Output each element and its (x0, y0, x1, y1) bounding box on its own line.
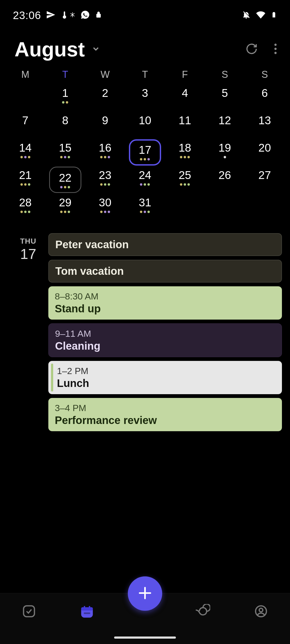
calendar-day-15[interactable]: 15 (45, 139, 85, 167)
event-dot (108, 183, 110, 186)
calendar-day-11[interactable]: 11 (165, 112, 205, 139)
event-dot (64, 211, 66, 213)
event-title: Stand up (55, 303, 276, 315)
svg-point-10 (259, 608, 263, 612)
calendar-day-17[interactable]: 17 (125, 139, 165, 167)
event-card[interactable]: 3–4 PMPerformance review (48, 398, 282, 431)
day-number: 1 (62, 87, 68, 100)
selected-day-weekday: THU (8, 237, 48, 246)
sync-button[interactable] (245, 43, 258, 56)
weekday-label: M (5, 69, 45, 80)
notifications-off-icon (242, 10, 251, 20)
calendar-day-7[interactable]: 7 (5, 112, 45, 139)
event-dot (100, 156, 103, 158)
svg-rect-5 (81, 607, 93, 610)
calendar-day-3[interactable]: 3 (125, 85, 165, 112)
calendar-day-12[interactable]: 12 (205, 112, 245, 139)
nav-tasks[interactable] (0, 604, 58, 619)
snowflake-icon (70, 12, 75, 19)
events-column[interactable]: Peter vacationTom vacation8–8:30 AMStand… (48, 233, 282, 431)
calendar-grid: 1234567891011121314151617181920212223242… (0, 85, 290, 221)
event-dot (147, 211, 150, 213)
weekday-label: S (205, 69, 245, 80)
calendar-day-4[interactable]: 4 (165, 85, 205, 112)
calendar-day-empty (5, 85, 45, 112)
event-dot (187, 183, 190, 186)
event-card[interactable]: 1–2 PMLunch (48, 361, 282, 394)
event-dot (108, 156, 110, 158)
selected-day-number: 17 (8, 246, 48, 262)
svg-point-2 (274, 52, 277, 54)
svg-rect-7 (89, 606, 90, 609)
day-number: 14 (19, 141, 32, 154)
event-dot (104, 156, 106, 158)
calendar-day-30[interactable]: 30 (85, 194, 125, 221)
event-dot (68, 156, 70, 158)
calendar-day-2[interactable]: 2 (85, 85, 125, 112)
day-number: 26 (219, 169, 231, 182)
day-number: 28 (19, 196, 32, 209)
calendar-day-27[interactable]: 27 (245, 167, 285, 194)
event-card[interactable]: Tom vacation (48, 260, 282, 283)
weekday-row: M T W T F S S (0, 66, 290, 85)
calendar-day-1[interactable]: 1 (45, 85, 85, 112)
event-dot (184, 156, 186, 158)
calendar-day-28[interactable]: 28 (5, 194, 45, 221)
svg-rect-3 (24, 606, 35, 617)
day-number: 17 (139, 144, 151, 156)
event-card[interactable]: 9–11 AMCleaning (48, 323, 282, 357)
event-dot (60, 186, 63, 188)
svg-rect-6 (84, 606, 85, 609)
event-dot (180, 156, 182, 158)
add-event-fab[interactable] (128, 576, 162, 611)
event-card[interactable]: 8–8:30 AMStand up (48, 286, 282, 320)
calendar-day-13[interactable]: 13 (245, 112, 285, 139)
calendar-day-20[interactable]: 20 (245, 139, 285, 167)
weekday-label: S (245, 69, 285, 80)
calendar-day-empty (205, 194, 245, 221)
calendar-day-23[interactable]: 23 (85, 167, 125, 194)
calendar-day-5[interactable]: 5 (205, 85, 245, 112)
event-dot (104, 183, 106, 186)
day-number: 5 (222, 87, 228, 100)
event-dot (147, 183, 150, 186)
calendar-day-29[interactable]: 29 (45, 194, 85, 221)
calendar-day-16[interactable]: 16 (85, 139, 125, 167)
event-title: Tom vacation (55, 265, 275, 277)
event-card[interactable]: Peter vacation (48, 233, 282, 256)
overflow-menu-button[interactable] (274, 43, 277, 56)
calendar-day-26[interactable]: 26 (205, 167, 245, 194)
event-dot (20, 183, 23, 186)
month-selector[interactable]: August (15, 38, 100, 61)
event-dot (147, 158, 150, 160)
calendar-day-6[interactable]: 6 (245, 85, 285, 112)
calendar-day-21[interactable]: 21 (5, 167, 45, 194)
nav-profile[interactable] (232, 604, 290, 619)
lock-icon (95, 10, 102, 21)
calendar-day-25[interactable]: 25 (165, 167, 205, 194)
day-number: 25 (179, 169, 191, 182)
home-indicator[interactable] (114, 636, 176, 639)
calendar-day-22[interactable]: 22 (45, 167, 85, 194)
calendar-day-31[interactable]: 31 (125, 194, 165, 221)
calendar-day-18[interactable]: 18 (165, 139, 205, 167)
nav-loop[interactable] (174, 604, 232, 619)
event-title: Cleaning (55, 340, 275, 352)
calendar-day-9[interactable]: 9 (85, 112, 125, 139)
calendar-day-14[interactable]: 14 (5, 139, 45, 167)
plus-icon (137, 585, 153, 602)
calendar-day-24[interactable]: 24 (125, 167, 165, 194)
svg-point-1 (274, 47, 277, 50)
header-actions (245, 43, 277, 56)
event-dot (140, 183, 142, 186)
calendar-day-19[interactable]: 19 (205, 139, 245, 167)
nav-calendar[interactable] (58, 604, 116, 620)
day-number: 13 (258, 114, 271, 127)
event-time: 9–11 AM (55, 328, 275, 339)
status-left: 23:06 (13, 9, 102, 21)
day-number: 22 (59, 171, 71, 184)
event-dot (104, 211, 106, 213)
event-dot (100, 183, 103, 186)
calendar-day-10[interactable]: 10 (125, 112, 165, 139)
calendar-day-8[interactable]: 8 (45, 112, 85, 139)
